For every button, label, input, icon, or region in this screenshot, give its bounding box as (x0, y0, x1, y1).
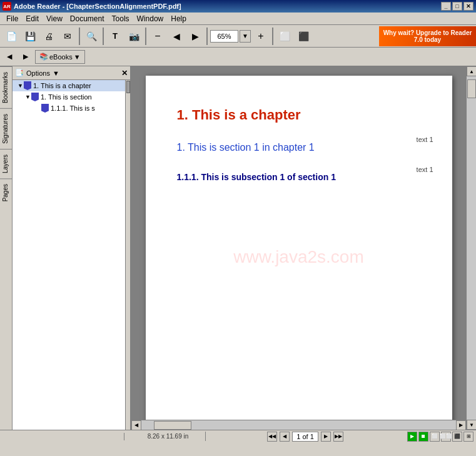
fit-width[interactable]: ⬛ (295, 28, 312, 45)
menu-document[interactable]: Document (66, 13, 108, 24)
text-tool[interactable]: T (106, 28, 124, 45)
ebooks-icon: 📚 (39, 53, 48, 61)
panel-icon: 📑 (15, 69, 24, 77)
menu-view[interactable]: View (43, 13, 66, 24)
scroll-track[interactable] (467, 76, 476, 420)
close-button[interactable]: ✕ (463, 2, 473, 11)
pdf-viewer: 1. This is a chapter text 1 1. This is s… (131, 66, 466, 430)
pdf-scroll-area[interactable]: 1. This is a chapter text 1 1. This is s… (131, 66, 466, 420)
status-right: ▶ ⏹ ⬜ ⬜⬜ ⬛ ⊞ (405, 432, 473, 442)
next-page-btn[interactable]: ▶ (321, 432, 331, 442)
back-button[interactable]: ◀ (3, 50, 16, 64)
expander-section[interactable]: ▼ (25, 94, 31, 100)
dimensions-indicator: 8.26 x 11.69 in (131, 432, 206, 441)
window-btn2[interactable]: ⬜⬜ (441, 432, 451, 442)
menu-window[interactable]: Window (133, 13, 168, 24)
section-label: 1. This is section (41, 93, 92, 101)
first-page-btn[interactable]: ◀◀ (267, 432, 277, 442)
new-button[interactable]: 📄 (3, 28, 20, 45)
save-button[interactable]: 💾 (21, 28, 39, 45)
tree-item-chapter[interactable]: ▼ 1. This is a chapter (13, 80, 130, 91)
window-controls: _ □ ✕ (441, 2, 473, 11)
chapter-heading: 1. This is a chapter (177, 107, 427, 123)
status-center: ◀◀ ◀ 1 of 1 ▶ ▶▶ (206, 432, 405, 442)
options-button[interactable]: Options (26, 69, 50, 77)
play-btn[interactable]: ▶ (407, 432, 417, 442)
bookmarks-panel: 📑 Options ▼ ✕ ▼ 1. This is a chapter ▼ 1… (13, 66, 131, 430)
left-tabs: Bookmarks Signatures Layers Pages (0, 66, 13, 430)
fit-page[interactable]: ⬜ (276, 28, 293, 45)
sep2 (103, 28, 104, 45)
watermark: www.java2s.com (233, 247, 364, 267)
scroll-up-btn[interactable]: ▲ (467, 66, 476, 76)
search-button[interactable]: 🔍 (83, 28, 100, 45)
expander-subsection (35, 105, 41, 111)
h-scroll-right[interactable]: ▶ (456, 420, 466, 430)
menu-bar: File Edit View Document Tools Window Hel… (0, 13, 476, 25)
status-bar: 8.26 x 11.69 in ◀◀ ◀ 1 of 1 ▶ ▶▶ ▶ ⏹ ⬜ ⬜… (0, 430, 476, 442)
forward-button[interactable]: ▶ (19, 50, 33, 64)
last-page-btn[interactable]: ▶▶ (333, 432, 343, 442)
tree-item-subsection[interactable]: 1.1.1. This is s (13, 103, 130, 114)
sep5 (272, 28, 273, 45)
zoom-out-btn[interactable]: − (149, 28, 166, 45)
sep3 (145, 28, 146, 45)
side-text-1: text 1 (417, 136, 433, 143)
page-info: 1 of 1 (292, 432, 318, 442)
h-scroll-left[interactable]: ◀ (131, 420, 141, 430)
panel-header-left: 📑 Options ▼ (15, 69, 59, 77)
ebooks-label: eBooks (49, 53, 73, 61)
scroll-thumb[interactable] (467, 79, 476, 98)
tree-item-section[interactable]: ▼ 1. This is section (13, 91, 130, 103)
minimize-button[interactable]: _ (441, 2, 451, 11)
page-next[interactable]: ▶ (186, 28, 204, 45)
tab-pages[interactable]: Pages (0, 178, 12, 206)
h-scroll-track[interactable] (141, 420, 456, 430)
section-heading: 1. This is section 1 in chapter 1 (177, 142, 427, 153)
snapshot-tool[interactable]: 📷 (125, 28, 143, 45)
window-btn3[interactable]: ⬛ (452, 432, 462, 442)
sep4 (206, 28, 208, 45)
secondary-toolbar: ◀ ▶ 📚 eBooks ▼ (0, 48, 476, 66)
subsection-label: 1.1.1. This is s (51, 104, 95, 112)
print-button[interactable]: 🖨 (40, 28, 58, 45)
ebooks-button[interactable]: 📚 eBooks ▼ (35, 50, 85, 64)
h-scroll-thumb[interactable] (154, 421, 191, 430)
window-btn4[interactable]: ⊞ (463, 432, 473, 442)
zoom-input[interactable] (210, 30, 238, 43)
tab-bookmarks[interactable]: Bookmarks (0, 66, 12, 108)
scroll-down-btn[interactable]: ▼ (467, 420, 476, 430)
options-dropdown-icon[interactable]: ▼ (53, 69, 59, 77)
menu-tools[interactable]: Tools (108, 13, 133, 24)
title-bar: AR Adobe Reader - [ChapterSectionAlignme… (0, 0, 476, 13)
pdf-h-scrollbar: ◀ ▶ (131, 420, 466, 430)
window-btn1[interactable]: ⬜ (430, 432, 440, 442)
menu-edit[interactable]: Edit (22, 13, 43, 24)
zoom-plus[interactable]: + (252, 28, 270, 45)
panel-close-button[interactable]: ✕ (121, 69, 128, 78)
tree-view: ▼ 1. This is a chapter ▼ 1. This is sect… (13, 80, 130, 430)
email-button[interactable]: ✉ (59, 28, 76, 45)
tab-layers[interactable]: Layers (0, 149, 12, 178)
main-area: Bookmarks Signatures Layers Pages 📑 Opti… (0, 66, 476, 430)
page-prev[interactable]: ◀ (168, 28, 185, 45)
panel-scrollbar[interactable] (125, 80, 130, 430)
panel-scroll-thumb[interactable] (126, 81, 130, 93)
sep1 (79, 28, 80, 45)
menu-file[interactable]: File (3, 13, 22, 24)
status-left (3, 433, 124, 440)
record-btn[interactable]: ⏹ (418, 432, 428, 442)
zoom-container: ▼ (210, 30, 251, 43)
right-scrollbar: ▲ ▼ (466, 66, 476, 430)
expander-chapter[interactable]: ▼ (18, 83, 24, 89)
menu-help[interactable]: Help (167, 13, 190, 24)
tab-signatures[interactable]: Signatures (0, 108, 12, 149)
prev-page-btn[interactable]: ◀ (280, 432, 290, 442)
subsection-heading: 1.1.1. This is subsection 1 of section 1 (177, 172, 427, 182)
maximize-button[interactable]: □ (452, 2, 462, 11)
main-toolbar: 📄 💾 🖨 ✉ 🔍 T 📷 − ◀ ▶ ▼ + ⬜ ⬛ Why wait? Up… (0, 25, 476, 48)
ad-banner[interactable]: Why wait? Upgrade to Reader 7.0 today (379, 26, 476, 46)
window-title: Adobe Reader - [ChapterSectionAlignmentP… (14, 3, 181, 10)
ad-text: Why wait? Upgrade to Reader 7.0 today (380, 29, 475, 43)
zoom-dropdown[interactable]: ▼ (240, 30, 251, 43)
